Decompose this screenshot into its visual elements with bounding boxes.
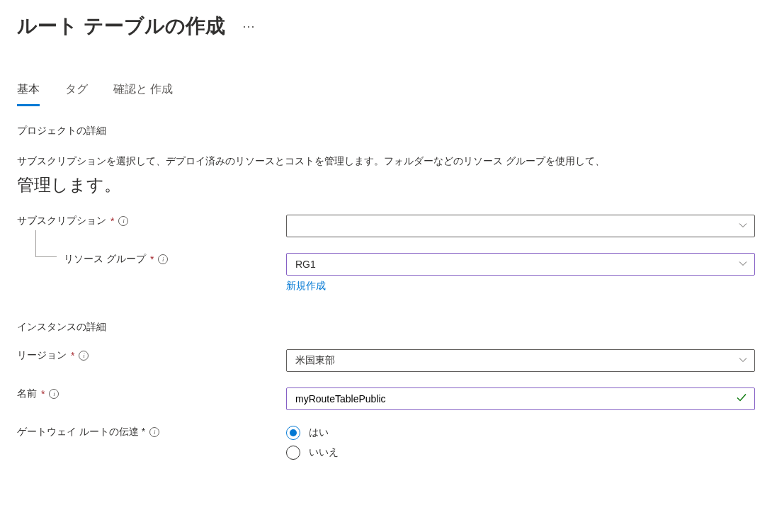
create-new-link[interactable]: 新規作成 bbox=[286, 280, 326, 293]
name-input[interactable] bbox=[295, 388, 733, 409]
subscription-select[interactable] bbox=[286, 215, 755, 237]
info-icon[interactable]: i bbox=[49, 389, 59, 399]
subscription-label: サブスクリプション* i bbox=[17, 215, 286, 227]
section-project-details: プロジェクトの詳細 bbox=[17, 125, 755, 137]
gateway-route-radio-group: はい いいえ bbox=[286, 426, 755, 460]
name-input-wrapper bbox=[286, 387, 755, 410]
section-instance-details: インスタンスの詳細 bbox=[17, 321, 755, 334]
resource-group-label-text: リソース グループ bbox=[64, 253, 146, 266]
radio-label-yes: はい bbox=[309, 426, 329, 439]
tab-tags[interactable]: タグ bbox=[65, 82, 88, 106]
info-icon[interactable]: i bbox=[118, 216, 128, 226]
check-icon bbox=[736, 392, 747, 405]
resource-group-value: RG1 bbox=[295, 259, 316, 270]
region-label-text: リージョン bbox=[17, 349, 67, 362]
info-icon[interactable]: i bbox=[158, 254, 168, 264]
name-label: 名前 * i bbox=[17, 387, 286, 400]
required-asterisk: * bbox=[110, 215, 114, 227]
page-title: ルート テーブルの作成 bbox=[17, 13, 225, 40]
chevron-down-icon bbox=[739, 259, 747, 270]
gateway-route-yes[interactable]: はい bbox=[286, 426, 755, 440]
project-desc-line2: 管理します。 bbox=[17, 171, 755, 198]
gateway-route-no[interactable]: いいえ bbox=[286, 446, 755, 460]
gateway-route-label-text: ゲートウェイ ルートの伝達 * bbox=[17, 426, 145, 438]
region-label: リージョン * i bbox=[17, 349, 286, 362]
region-value: 米国東部 bbox=[295, 354, 335, 367]
project-desc-line1: サブスクリプションを選択して、デプロイ済みのリソースとコストを管理します。フォル… bbox=[17, 155, 605, 166]
required-asterisk: * bbox=[150, 254, 154, 265]
info-icon[interactable]: i bbox=[149, 427, 159, 437]
info-icon[interactable]: i bbox=[79, 351, 89, 361]
tabs: 基本 タグ 確認と 作成 bbox=[17, 82, 755, 106]
more-actions-button[interactable]: ⋯ bbox=[242, 18, 256, 34]
chevron-down-icon bbox=[739, 220, 747, 232]
name-label-text: 名前 bbox=[17, 387, 37, 400]
radio-icon bbox=[286, 446, 300, 460]
region-select[interactable]: 米国東部 bbox=[286, 349, 755, 372]
subscription-label-text: サブスクリプション bbox=[17, 215, 106, 227]
tab-review-create[interactable]: 確認と 作成 bbox=[113, 82, 173, 106]
radio-label-no: いいえ bbox=[309, 446, 339, 459]
chevron-down-icon bbox=[739, 355, 747, 366]
resource-group-select[interactable]: RG1 bbox=[286, 253, 755, 276]
resource-group-label: リソース グループ * i bbox=[17, 253, 286, 266]
tab-basics[interactable]: 基本 bbox=[17, 82, 40, 106]
project-description: サブスクリプションを選択して、デプロイ済みのリソースとコストを管理します。フォル… bbox=[17, 153, 755, 199]
required-asterisk: * bbox=[41, 388, 45, 400]
required-asterisk: * bbox=[71, 350, 74, 361]
gateway-route-label: ゲートウェイ ルートの伝達 * i bbox=[17, 426, 286, 438]
tree-indent-line bbox=[35, 230, 57, 257]
radio-icon bbox=[286, 426, 300, 440]
